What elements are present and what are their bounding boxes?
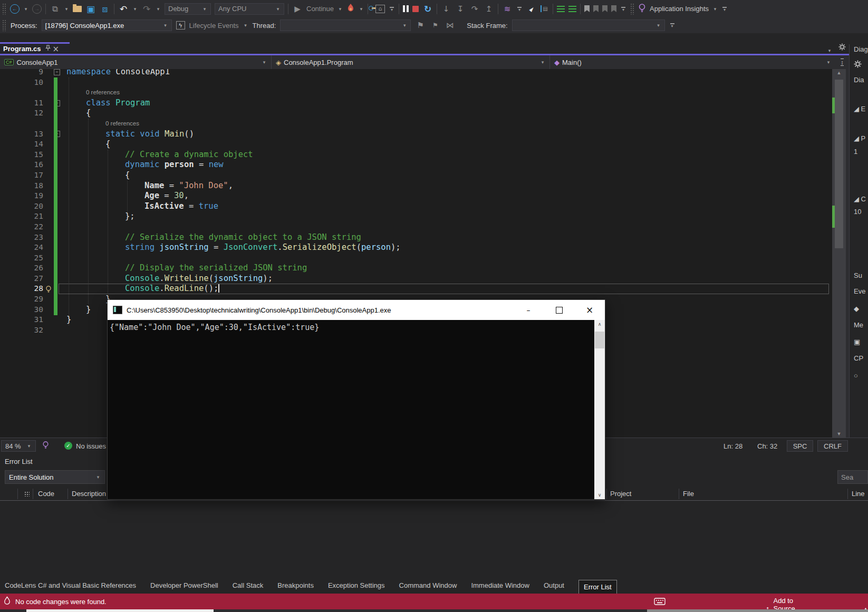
toolbar-grip[interactable] bbox=[630, 3, 634, 15]
diagnostics-item[interactable]: ◢ E bbox=[854, 105, 865, 113]
navigate-forward-button[interactable]: → bbox=[32, 4, 42, 14]
save-icon[interactable]: ▣ bbox=[85, 3, 96, 15]
bottom-tab-exception-settings[interactable]: Exception Settings bbox=[328, 581, 385, 589]
spaces-indicator[interactable]: SPC bbox=[787, 440, 813, 452]
code-line[interactable]: 21}; bbox=[0, 211, 849, 222]
code-line[interactable]: 27Console.WriteLine(jsonString); bbox=[0, 274, 849, 284]
toolbar-overflow[interactable] bbox=[721, 3, 728, 15]
codelens-references[interactable]: 0 references bbox=[66, 88, 120, 98]
code-line[interactable]: 23// Serialize the dynamic object to a J… bbox=[0, 232, 849, 243]
split-window-icon[interactable]: ↕ bbox=[835, 55, 849, 69]
scrollbar-thumb[interactable] bbox=[835, 80, 843, 248]
console-scrollbar[interactable]: ∧ ∨ bbox=[594, 320, 605, 499]
process-select[interactable]: [18796] ConsoleApp1.exe bbox=[42, 20, 172, 31]
solution-configuration-select[interactable]: Debug bbox=[165, 3, 211, 15]
intellitrace-icon[interactable]: ≋ bbox=[502, 3, 513, 15]
step-out-icon[interactable]: ↥ bbox=[484, 3, 494, 15]
codelens-row[interactable]: 0 references bbox=[0, 88, 849, 98]
continue-dropdown[interactable] bbox=[337, 3, 343, 15]
solution-platform-select[interactable]: Any CPU bbox=[215, 3, 284, 15]
hot-reload-dropdown[interactable] bbox=[359, 3, 364, 15]
fold-margin[interactable]: − bbox=[54, 69, 61, 77]
undo-dropdown[interactable] bbox=[132, 3, 138, 15]
lifecycle-events-button[interactable]: Lifecycle Events bbox=[189, 22, 239, 30]
column-header-code[interactable]: Code bbox=[38, 490, 54, 498]
code-line[interactable]: 26// Display the serialized JSON string bbox=[0, 263, 849, 274]
bottom-tab-output[interactable]: Output bbox=[544, 581, 564, 589]
stop-debugging-icon[interactable] bbox=[412, 6, 419, 12]
continue-icon[interactable]: ▶ bbox=[292, 3, 303, 15]
lifecycle-events-dropdown[interactable] bbox=[243, 20, 248, 31]
hot-reload-icon[interactable] bbox=[346, 3, 355, 14]
application-insights-dropdown[interactable] bbox=[712, 3, 718, 15]
diagnostics-item[interactable]: Eve bbox=[854, 287, 865, 295]
diagnostics-item[interactable]: ◢ C bbox=[854, 195, 866, 203]
diagnostics-item[interactable]: ◆ bbox=[854, 305, 859, 313]
diagnostics-item[interactable]: ◢ P bbox=[854, 134, 865, 142]
document-outline-icon[interactable]: ▤ bbox=[541, 5, 549, 12]
restart-icon[interactable]: ↻ bbox=[422, 3, 433, 15]
editor-vertical-scrollbar[interactable]: ▲ ▼ bbox=[832, 69, 846, 438]
project-dropdown[interactable]: C# ConsoleApp1 bbox=[0, 55, 272, 69]
code-line[interactable]: 10 bbox=[0, 77, 849, 88]
diagnostics-item[interactable]: Dia bbox=[854, 76, 864, 84]
undo-icon[interactable]: ↶ bbox=[118, 3, 129, 15]
format-selection-icon[interactable] bbox=[568, 6, 576, 12]
new-item-dropdown[interactable] bbox=[64, 3, 69, 15]
toolbar-grip[interactable] bbox=[2, 20, 6, 31]
scrollbar-thumb[interactable] bbox=[595, 332, 604, 348]
code-line[interactable]: 17{ bbox=[0, 170, 849, 181]
toolbar-grip[interactable] bbox=[2, 3, 6, 15]
diagnostics-item[interactable]: 10 bbox=[854, 208, 861, 216]
application-insights-button[interactable]: Application Insights bbox=[650, 5, 709, 13]
show-next-statement-icon[interactable]: ↓ bbox=[441, 3, 451, 15]
solution-explorer-icon[interactable]: ⌂ bbox=[375, 5, 385, 13]
redo-dropdown[interactable] bbox=[156, 3, 161, 15]
toggle-bookmark-icon[interactable] bbox=[584, 5, 590, 12]
diagnostics-item[interactable]: Me bbox=[854, 321, 863, 329]
diagnostics-item[interactable]: 1 bbox=[854, 148, 857, 156]
close-button[interactable]: × bbox=[574, 300, 605, 320]
continue-button[interactable]: Continue bbox=[306, 5, 334, 13]
type-dropdown[interactable]: ◈ ConsoleApp1.Program bbox=[272, 55, 550, 69]
tab-options-gear-icon[interactable] bbox=[838, 43, 846, 52]
code-line[interactable]: 18Name = "John Doe", bbox=[0, 181, 849, 191]
navigate-back-dropdown[interactable] bbox=[23, 3, 28, 15]
show-threads-flag-icon[interactable]: ⚑ bbox=[415, 20, 426, 31]
bottom-tab-developer-powershell[interactable]: Developer PowerShell bbox=[150, 581, 218, 589]
clear-bookmarks-icon[interactable] bbox=[611, 5, 616, 12]
code-line[interactable]: 9−namespace ConsoleApp1 bbox=[0, 69, 849, 77]
scroll-up-icon[interactable]: ▲ bbox=[832, 70, 846, 75]
minimize-button[interactable]: – bbox=[513, 300, 544, 320]
column-indicator[interactable]: Ch: 32 bbox=[757, 442, 777, 450]
bottom-tab-call-stack[interactable]: Call Stack bbox=[233, 581, 264, 589]
scroll-down-icon[interactable]: ∨ bbox=[594, 492, 605, 498]
code-line[interactable]: 15// Create a dynamic object bbox=[0, 150, 849, 160]
search-input[interactable]: Sea bbox=[837, 470, 868, 484]
codelens-references[interactable]: 0 references bbox=[66, 119, 139, 129]
previous-bookmark-icon[interactable] bbox=[593, 5, 599, 12]
intellicode-bulb-icon[interactable] bbox=[42, 441, 49, 451]
diagnostics-item[interactable]: Diag bbox=[854, 45, 868, 53]
quick-actions-bulb-icon[interactable] bbox=[43, 284, 54, 294]
flag-threads-icon[interactable]: ⚑ bbox=[430, 20, 440, 31]
console-output-area[interactable]: {"Name":"John Doe","Age":30,"IsActive":t… bbox=[108, 320, 605, 499]
collapse-icon[interactable]: − bbox=[54, 69, 60, 75]
member-dropdown[interactable]: ◆ Main() bbox=[550, 55, 835, 69]
thread-select[interactable] bbox=[280, 20, 411, 31]
navigate-back-button[interactable]: ← bbox=[10, 4, 20, 14]
diagnostics-item[interactable]: CP bbox=[854, 354, 863, 362]
column-header-description[interactable]: Description bbox=[72, 490, 106, 498]
settings-gear-icon[interactable] bbox=[854, 60, 862, 70]
next-bookmark-icon[interactable] bbox=[602, 5, 607, 12]
lifecycle-events-icon[interactable]: ϟ bbox=[176, 21, 185, 30]
st1ack-frame-select[interactable] bbox=[512, 20, 665, 31]
bottom-tab-codelens-c-and-visual-basic-references[interactable]: CodeLens C# and Visual Basic References bbox=[5, 581, 136, 589]
code-line[interactable]: 28Console.ReadLine(); bbox=[0, 284, 849, 294]
application-insights-icon[interactable] bbox=[638, 3, 646, 14]
toolbar-overflow[interactable] bbox=[389, 3, 395, 15]
open-file-icon[interactable] bbox=[73, 6, 82, 12]
save-all-icon[interactable]: ⧈ bbox=[100, 3, 110, 15]
break-all-icon[interactable] bbox=[403, 3, 409, 15]
format-document-icon[interactable] bbox=[557, 6, 565, 12]
